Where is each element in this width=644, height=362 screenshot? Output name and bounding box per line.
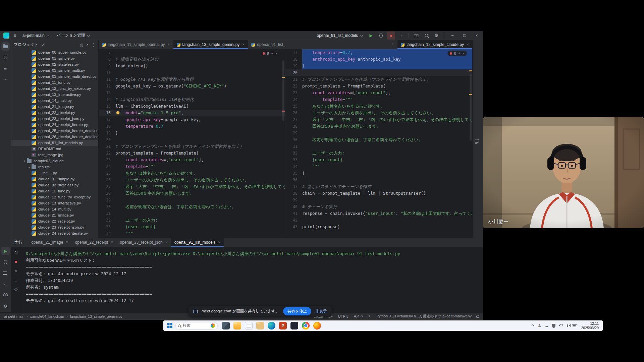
code-line-42[interactable]: 42 (285, 217, 472, 224)
prev-problem-icon[interactable]: ∧ (271, 52, 273, 55)
notifications-icon[interactable] (476, 315, 479, 318)
tab-options-icon[interactable]: ⋮ (387, 40, 397, 49)
tree-item-test_image.jpg[interactable]: test_image.jpg (11, 152, 98, 158)
problems-tool-icon[interactable]: ! (1, 291, 10, 299)
tree-item-openai_25_receipt_iterate_detailed.py[interactable]: openai_25_receipt_iterate_detailed.py (11, 128, 98, 134)
security-shield-icon[interactable] (552, 324, 555, 328)
code-line-11[interactable]: 11# Google API Keyを環境変数から取得 (99, 76, 285, 83)
close-tab-icon[interactable]: × (165, 240, 168, 245)
statusbar-widget[interactable]: 4スペース (354, 314, 371, 319)
code-line-32[interactable]: 32 ユーザーの入力: (99, 217, 285, 224)
locate-file-icon[interactable]: ◎ (80, 43, 83, 47)
code-line-39[interactable]: 39 (285, 197, 472, 203)
statusbar-widget[interactable]: Python 3.13 virtualenv a...ん講座のヤツ\ai-pet… (376, 314, 472, 319)
code-line-25[interactable]: 25 あなたは姓名占いをする占い師です。 (285, 103, 472, 110)
run-tab-openai_21_image[interactable]: openai_21_image× (28, 238, 71, 247)
tree-item-claude_11_func.py[interactable]: claude_11_func.py (11, 188, 98, 194)
tree-item-results[interactable]: ▸results (11, 164, 98, 170)
editor-tab-langchain_13_simple_gemini.py[interactable]: langchain_13_simple_gemini.py× (173, 40, 248, 49)
tree-item-claude_12_func_try_except.py[interactable]: claude_12_func_try_except.py (11, 194, 98, 200)
code-line-21[interactable]: 21# プロンプトテンプレートを作成（マルチラインで柔軟性を向上） (285, 76, 472, 83)
code-line-36[interactable]: 36 (285, 177, 472, 183)
tree-item-claude_24_receipt_iterate.py[interactable]: claude_24_receipt_iterate.py (11, 230, 98, 236)
code-line-31[interactable]: 31 (99, 210, 285, 217)
code-line-35[interactable]: 35) (285, 170, 472, 177)
terminal-tool-icon[interactable]: >_ (1, 280, 10, 288)
debug-tool-icon[interactable] (1, 258, 10, 266)
code-line-7[interactable]: 7 (99, 49, 285, 56)
editor-tab-openai_91_list_models.py[interactable]: openai_91_list_models.py× (248, 40, 285, 49)
project-widget[interactable]: ai-petit-main (20, 33, 51, 39)
code-line-29[interactable]: 29 (285, 130, 472, 136)
close-button[interactable]: × (472, 31, 482, 40)
code-line-14[interactable]: 14# LangChain用にGemini LLMを初期化 (99, 96, 285, 103)
code-line-41[interactable]: 41response = chain.invoke({"user_input":… (285, 210, 472, 217)
close-tab-icon[interactable]: × (168, 42, 170, 47)
code-line-40[interactable]: 40# チェーンを実行 (285, 203, 472, 210)
next-problem-icon[interactable]: ∨ (275, 52, 277, 55)
code-line-18[interactable]: 18 temperature=0.7 (99, 123, 285, 130)
tree-item-openai_22_receipt.py[interactable]: openai_22_receipt.py (11, 110, 98, 116)
settings-gear-icon[interactable]: ⚙ (432, 32, 440, 40)
edge-icon[interactable] (268, 322, 275, 329)
vcs-widget[interactable]: バージョン管理 (55, 32, 91, 39)
firefox-icon[interactable] (313, 322, 321, 329)
code-line-8[interactable]: 8# 環境変数を読み込む (99, 56, 285, 63)
code-line-30[interactable]: 30 名前が明確でない場合は、丁寧に名前を尋ねてください。 (99, 203, 285, 210)
tree-item-openai_13_interactive.py[interactable]: openai_13_interactive.py (11, 92, 98, 98)
ai-assistant-tool-icon[interactable] (473, 137, 481, 145)
code-line-33[interactable]: 33 {user_input} (99, 224, 285, 230)
code-line-9[interactable]: 9load_dotenv() (99, 63, 285, 69)
code-line-34[interactable]: 34 """ (99, 230, 285, 237)
code-line-34[interactable]: 34 """ (285, 163, 472, 170)
tree-item-claude_22_receipt.py[interactable]: claude_22_receipt.py (11, 218, 98, 224)
copilot-icon[interactable] (211, 323, 215, 328)
close-tab-icon[interactable]: × (467, 42, 469, 47)
tree-item-openai_23_receipt_json.py[interactable]: openai_23_receipt_json.py (11, 116, 98, 122)
breadcrumb-item[interactable]: langchain_13_simple_gemini.py (70, 314, 123, 318)
tree-item-openai_21_image.py[interactable]: openai_21_image.py (11, 104, 98, 110)
tree-item-openai_24_receipt_iterate.py[interactable]: openai_24_receipt_iterate.py (11, 122, 98, 128)
commit-tool-icon[interactable] (1, 53, 10, 62)
code-line-29[interactable]: 29 (99, 197, 285, 203)
maximize-button[interactable]: □ (460, 31, 470, 40)
inspections-widget[interactable]: 8 ∧ ∨ (447, 51, 467, 56)
volume-icon[interactable] (567, 324, 568, 327)
file-explorer-icon[interactable] (233, 322, 241, 329)
taskbar-search[interactable]: 検索 (175, 322, 218, 329)
close-tab-icon[interactable]: × (218, 240, 220, 245)
tree-item-openai_03_simple_multi_direct.py[interactable]: openai_03_simple_multi_direct.py (11, 73, 98, 79)
folder-icon[interactable] (256, 322, 264, 329)
statusbar-breadcrumbs[interactable]: ai-petit-main›sample04_langchain›langcha… (4, 314, 122, 318)
code-line-13[interactable]: 13 (99, 89, 285, 96)
tree-item-claude_02_stateless.py[interactable]: claude_02_stateless.py (11, 182, 98, 188)
code-line-28[interactable]: 28 回答は50文字以内でお願いします。 (99, 190, 285, 197)
run-tab-openai_22_receipt[interactable]: openai_22_receipt× (71, 238, 116, 247)
pycharm-logo-icon[interactable] (3, 33, 9, 39)
run-tab-openai_23_receipt_json[interactable]: openai_23_receipt_json× (116, 238, 171, 247)
more-tools-icon[interactable]: ⋯ (1, 75, 10, 84)
code-line-20[interactable]: 20 (99, 136, 285, 143)
code-line-25[interactable]: 25 あなたは姓名占いをする占い師です。 (99, 170, 285, 177)
code-line-19[interactable]: 19) (99, 130, 285, 136)
tree-item-openai_12_func_try_except.py[interactable]: openai_12_func_try_except.py (11, 85, 98, 92)
editor-tab-langchain_12_simple_claude.py[interactable]: langchain_12_simple_claude.py× (397, 40, 472, 49)
taskbar-clock[interactable]: 12:11 2025/03/29 (581, 321, 599, 330)
ime-indicator[interactable]: A (538, 324, 541, 328)
run-tab-openai_91_list_models[interactable]: openai_91_list_models× (171, 238, 224, 247)
tree-item-__init__.py[interactable]: __init__.py (11, 170, 98, 176)
editor-tab-langchain_11_simple_openai.py[interactable]: langchain_11_simple_openai.py× (99, 40, 173, 49)
rerun-icon[interactable]: ↻ (14, 250, 18, 255)
code-line-23[interactable]: 23 input_variables=["user_input"], (99, 157, 285, 163)
code-line-20[interactable]: 20 (285, 69, 472, 76)
code-line-27[interactable]: 27 必ず「大吉」「中吉」「吉」「凶」のいずれかで結果を伝え、その理由も説明して… (285, 116, 472, 123)
main-menu-icon[interactable]: ≡ (13, 33, 16, 38)
code-line-15[interactable]: 15llm = ChatGoogleGenerativeAI( (99, 103, 285, 110)
folder-chevron-icon[interactable]: ▾ (22, 160, 27, 163)
code-line-21[interactable]: 21# プロンプトテンプレートを作成（マルチラインで柔軟性を向上） (99, 143, 285, 150)
tray-expand-icon[interactable] (531, 324, 535, 328)
tree-item-openai_02_stateless.py[interactable]: openai_02_stateless.py (11, 61, 98, 67)
close-tab-icon[interactable]: × (242, 42, 245, 47)
task-view-icon[interactable] (222, 322, 230, 329)
structure-tool-icon[interactable]: ≡ (1, 64, 10, 73)
